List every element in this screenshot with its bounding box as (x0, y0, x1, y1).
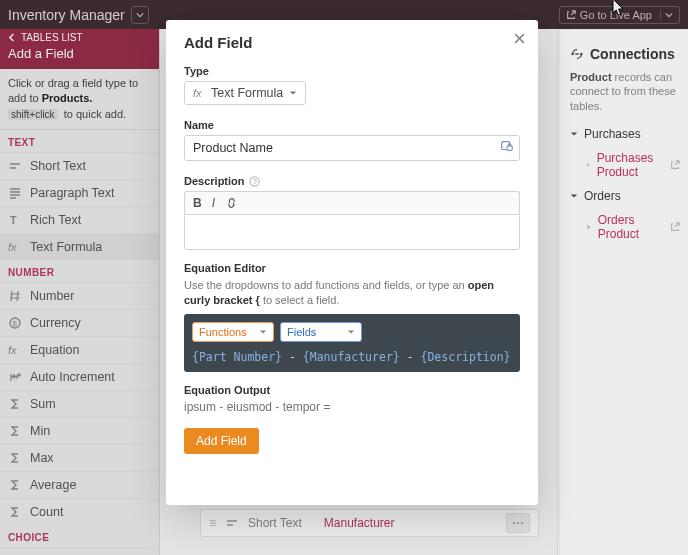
add-field-modal: Add Field Type fx Text Formula Name Desc… (166, 20, 538, 505)
name-label: Name (184, 119, 520, 131)
italic-button[interactable]: I (212, 196, 215, 210)
svg-text:?: ? (252, 177, 257, 186)
name-input[interactable] (184, 135, 520, 161)
functions-dropdown[interactable]: Functions (192, 322, 274, 342)
type-label: Type (184, 65, 520, 77)
equation-editor-label: Equation Editor (184, 262, 520, 274)
description-label: Description ? (184, 175, 520, 187)
close-button[interactable] (513, 32, 526, 45)
add-field-button[interactable]: Add Field (184, 428, 259, 454)
equation-editor[interactable]: Functions Fields {Part Number} - {Manufa… (184, 314, 520, 372)
caret-down-icon (259, 328, 267, 336)
equation-help-text: Use the dropdowns to add functions and f… (184, 278, 520, 308)
modal-title: Add Field (184, 34, 520, 51)
svg-text:fx: fx (193, 87, 202, 99)
description-textarea[interactable] (184, 214, 520, 250)
equation-code[interactable]: {Part Number} - {Manufacturer} - {Descri… (192, 350, 512, 364)
caret-down-icon (289, 89, 297, 97)
svg-rect-12 (507, 146, 512, 150)
close-icon (513, 32, 526, 45)
equation-output-label: Equation Output (184, 384, 520, 396)
fields-dropdown[interactable]: Fields (280, 322, 362, 342)
link-button[interactable] (225, 197, 238, 209)
caret-down-icon (347, 328, 355, 336)
field-lock-icon (500, 139, 514, 153)
field-icon-stack[interactable] (500, 139, 514, 153)
description-toolbar: B I (184, 191, 520, 214)
link-icon (225, 197, 238, 209)
type-select[interactable]: fx Text Formula (184, 81, 306, 105)
bold-button[interactable]: B (193, 196, 202, 210)
help-icon[interactable]: ? (249, 176, 260, 187)
equation-output-value: ipsum - eiusmod - tempor = (184, 400, 520, 414)
formula-icon: fx (193, 87, 205, 99)
